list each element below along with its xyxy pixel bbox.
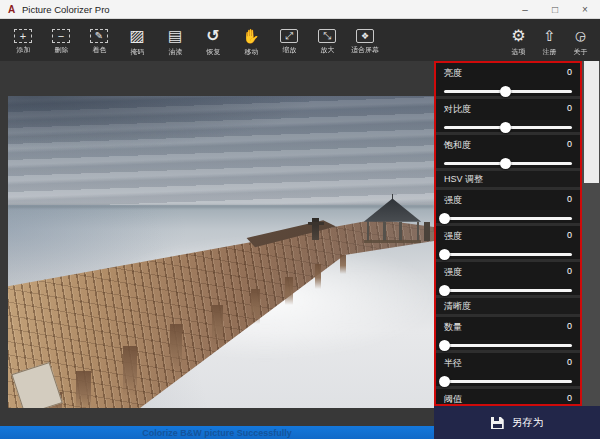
slider-track[interactable]	[444, 126, 572, 129]
slider-label: 半径	[444, 357, 462, 370]
slider-handle[interactable]	[500, 86, 511, 97]
mask-icon	[129, 27, 145, 45]
slider-amount: 数量0	[436, 317, 580, 350]
toolbar-right: 选项注册关于	[503, 19, 600, 61]
save-as-button[interactable]: 另存为	[485, 415, 550, 431]
slider-value: 0	[567, 321, 572, 334]
tool-label: 着色	[92, 45, 106, 54]
tool-zoom-in[interactable]: 放大	[308, 19, 346, 61]
slider-handle[interactable]	[439, 340, 450, 351]
slider-value: 0	[567, 139, 572, 152]
pier-post	[424, 222, 430, 241]
app-logo-icon: A	[6, 4, 17, 15]
slider-value: 0	[567, 393, 572, 406]
about-icon	[573, 27, 589, 45]
save-footer: 另存为	[434, 406, 600, 439]
gazebo-post	[417, 222, 419, 241]
tool-register[interactable]: 注册	[534, 19, 565, 61]
slider-track[interactable]	[444, 289, 572, 292]
image-canvas[interactable]	[0, 61, 434, 426]
tool-fit-screen[interactable]: 适合屏幕	[346, 19, 384, 61]
slider-hsv-s-strength: 强度0	[436, 226, 580, 259]
minimize-button[interactable]: –	[510, 0, 540, 18]
gazebo-roof	[364, 197, 422, 222]
slider-label: 阈值	[444, 393, 462, 406]
app-window: A Picture Colorizer Pro – □ × 添加删除着色掩码油漆…	[0, 0, 600, 439]
tool-label: 选项	[512, 47, 526, 56]
maximize-button[interactable]: □	[540, 0, 570, 18]
pier-leg	[76, 371, 90, 408]
slider-hsv-h-strength: 强度0	[436, 190, 580, 223]
register-icon	[542, 27, 558, 45]
tool-label: 删除	[54, 45, 68, 54]
pier-leg	[285, 277, 293, 305]
slider-handle[interactable]	[439, 213, 450, 224]
tool-zoom[interactable]: 缩放	[270, 19, 308, 61]
tool-paint[interactable]: 油漆	[156, 19, 194, 61]
tool-label: 关于	[574, 47, 588, 56]
slider-radius: 半径0	[436, 353, 580, 386]
slider-value: 0	[567, 194, 572, 207]
slider-value: 0	[567, 103, 572, 116]
restore-icon	[205, 27, 221, 45]
pier-leg	[340, 255, 346, 274]
tool-label: 添加	[16, 45, 30, 54]
slider-handle[interactable]	[439, 285, 450, 296]
slider-handle[interactable]	[500, 158, 511, 169]
pier-photo	[8, 96, 434, 408]
slider-value: 0	[567, 266, 572, 279]
tool-about[interactable]: 关于	[565, 19, 596, 61]
slider-threshold: 阈值0	[436, 389, 580, 406]
slider-label: 强度	[444, 230, 462, 243]
tool-label: 缩放	[282, 45, 296, 54]
slider-track[interactable]	[444, 344, 572, 347]
app-title: Picture Colorizer Pro	[22, 4, 510, 15]
scrollbar-thumb[interactable]	[584, 61, 599, 183]
tool-remove[interactable]: 删除	[42, 19, 80, 61]
slider-handle[interactable]	[439, 376, 450, 387]
slider-brightness: 亮度0	[436, 63, 580, 96]
slider-label: 强度	[444, 194, 462, 207]
tool-colorize[interactable]: 着色	[80, 19, 118, 61]
paint-icon	[167, 27, 183, 45]
slider-track[interactable]	[444, 217, 572, 220]
slider-label: 亮度	[444, 67, 462, 80]
status-bar: Colorize B&W picture Successfully	[0, 426, 434, 439]
slider-saturation: 饱和度0	[436, 135, 580, 168]
slider-contrast: 对比度0	[436, 99, 580, 132]
slider-label: 强度	[444, 266, 462, 279]
tool-mask[interactable]: 掩码	[118, 19, 156, 61]
fit-screen-icon	[356, 29, 374, 43]
panel-scrollbar[interactable]	[582, 61, 600, 406]
toolbar-left: 添加删除着色掩码油漆恢复移动缩放放大适合屏幕	[0, 19, 384, 61]
slider-handle[interactable]	[500, 122, 511, 133]
gazebo	[364, 197, 422, 242]
zoom-in-icon	[318, 29, 336, 43]
slider-handle[interactable]	[439, 249, 450, 260]
tool-restore[interactable]: 恢复	[194, 19, 232, 61]
pier-leg	[123, 346, 137, 396]
slider-track[interactable]	[444, 380, 572, 383]
tool-options[interactable]: 选项	[503, 19, 534, 61]
titlebar: A Picture Colorizer Pro – □ ×	[0, 0, 600, 19]
adjustments-panel: 亮度0对比度0饱和度0HSV 调整强度0强度0强度0清晰度数量0半径0阈值0	[434, 61, 582, 406]
status-message: Colorize B&W picture Successfully	[142, 428, 292, 438]
slider-track[interactable]	[444, 90, 572, 93]
zoom-icon	[280, 29, 298, 43]
tool-move[interactable]: 移动	[232, 19, 270, 61]
gazebo-post	[399, 222, 401, 241]
close-button[interactable]: ×	[570, 0, 600, 18]
move-hand-icon	[242, 27, 259, 45]
pier-bollard	[312, 218, 319, 240]
gazebo-base	[364, 240, 422, 243]
save-as-label: 另存为	[512, 416, 544, 430]
slider-label: 数量	[444, 321, 462, 334]
toolbar: 添加删除着色掩码油漆恢复移动缩放放大适合屏幕 选项注册关于	[0, 19, 600, 61]
slider-label: 对比度	[444, 103, 471, 116]
tool-add[interactable]: 添加	[4, 19, 42, 61]
pier-leg	[251, 289, 260, 323]
photo-sky	[8, 96, 434, 208]
slider-hsv-v-strength: 强度0	[436, 262, 580, 295]
slider-track[interactable]	[444, 253, 572, 256]
slider-track[interactable]	[444, 162, 572, 165]
